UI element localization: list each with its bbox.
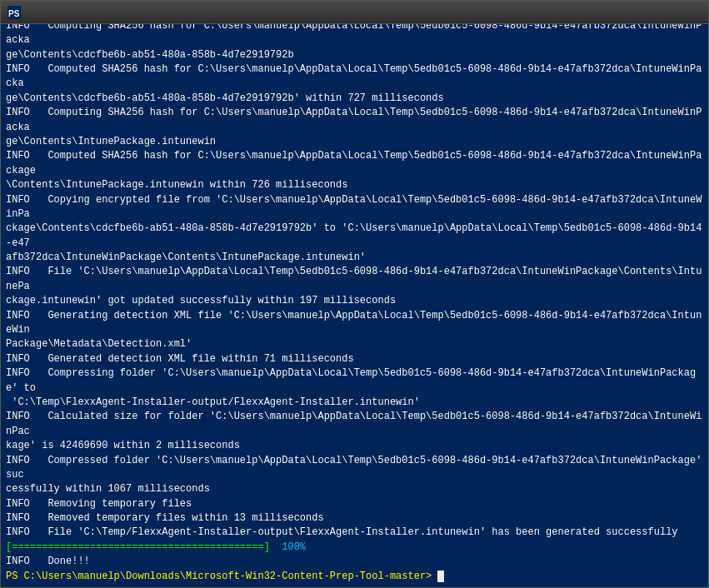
line-text: INFO File 'C:\Temp/FlexxAgent-Installer-… — [6, 526, 678, 538]
terminal-line: ckage.intunewin' got updated successfull… — [6, 294, 703, 308]
terminal-line: INFO Done!!! — [6, 555, 703, 569]
line-text: ge\Contents\cdcfbe6b-ab51-480a-858b-4d7e… — [6, 92, 444, 104]
prompt-text: PS C:\Users\manuelp\Downloads\Microsoft-… — [6, 571, 437, 582]
line-text: INFO Removing temporary files — [6, 498, 192, 510]
maximize-button[interactable] — [657, 4, 678, 21]
line-text: INFO Copying encrypted file from 'C:\Use… — [6, 194, 702, 220]
line-text: cessfully within 1067 milliseconds — [6, 483, 210, 495]
line-text: INFO Done!!! — [6, 556, 90, 567]
terminal-line: ge\Contents\cdcfbe6b-ab51-480a-858b-4d7e… — [6, 48, 703, 62]
terminal-line: INFO Generating detection XML file 'C:\U… — [6, 309, 703, 338]
terminal-line: INFO Removing temporary files — [6, 497, 703, 511]
line-text: ckage\Contents\cdcfbe6b-ab51-480a-858b-4… — [6, 222, 702, 248]
terminal-line: INFO Removed temporary files within 13 m… — [6, 511, 703, 526]
line-text: ckage.intunewin' got updated successfull… — [6, 295, 396, 306]
line-text: INFO Computing SHA256 hash for C:\Users\… — [6, 107, 702, 132]
terminal-line: afb372dca\IntuneWinPackage\Contents\Intu… — [6, 251, 703, 265]
progress-percentage: 100% — [282, 541, 306, 553]
terminal-line: ckage\Contents\cdcfbe6b-ab51-480a-858b-4… — [6, 222, 703, 251]
line-text: 'C:\Temp\FlexxAgent-Installer-output/Fle… — [6, 396, 420, 408]
title-bar: PS — [1, 1, 708, 24]
line-text: INFO Compressing folder 'C:\Users\manuel… — [6, 367, 696, 393]
terminal-line: cessfully within 1067 milliseconds — [6, 482, 703, 496]
terminal-line: INFO File 'C:\Users\manuelp\AppData\Loca… — [6, 265, 703, 294]
cursor — [437, 571, 444, 582]
line-text: INFO File 'C:\Users\manuelp\AppData\Loca… — [6, 266, 702, 292]
terminal-line: INFO Compressing folder 'C:\Users\manuel… — [6, 366, 703, 396]
svg-text:PS: PS — [8, 9, 20, 18]
terminal-line: INFO Compressed folder 'C:\Users\manuelp… — [6, 454, 703, 483]
terminal-line: INFO Generated detection XML file within… — [6, 352, 703, 366]
window: PS PS C:\Users\manuelp\Downloads\Microso… — [0, 0, 709, 588]
line-text: INFO Generated detection XML file within… — [6, 353, 354, 365]
terminal-line: INFO Copying encrypted file from 'C:\Use… — [6, 193, 703, 222]
line-text: INFO Computed SHA256 hash for C:\Users\m… — [6, 150, 702, 176]
line-text: INFO Generating detection XML file 'C:\U… — [6, 310, 702, 336]
line-text: Package\Metadata\Detection.xml' — [6, 338, 192, 350]
terminal-output[interactable]: PS C:\Users\manuelp\Downloads\Microsoft-… — [1, 24, 708, 587]
terminal-line: INFO File 'C:\Temp/FlexxAgent-Installer-… — [6, 526, 703, 540]
powershell-icon: PS — [7, 6, 21, 19]
terminal-line: \Contents\IntunePackage.intunewin within… — [6, 178, 703, 192]
terminal-line: INFO Computing SHA256 hash for C:\Users\… — [6, 106, 703, 135]
line-text: INFO Computing SHA256 hash for C:\Users\… — [6, 24, 702, 46]
window-controls — [633, 4, 702, 21]
line-text: \Contents\IntunePackage.intunewin within… — [6, 179, 347, 191]
close-button[interactable] — [680, 4, 702, 21]
terminal-line: INFO Computed SHA256 hash for C:\Users\m… — [6, 149, 703, 178]
line-text: INFO Calculated size for folder 'C:\User… — [6, 411, 702, 436]
terminal-line: kage' is 42469690 within 2 milliseconds — [6, 439, 703, 453]
terminal-line: Package\Metadata\Detection.xml' — [6, 337, 703, 351]
terminal-line: 'C:\Temp\FlexxAgent-Installer-output/Fle… — [6, 396, 703, 410]
terminal-line: ge\Contents\cdcfbe6b-ab51-480a-858b-4d7e… — [6, 92, 703, 106]
line-text: ge\Contents\cdcfbe6b-ab51-480a-858b-4d7e… — [6, 49, 294, 61]
terminal-line: INFO Computed SHA256 hash for C:\Users\m… — [6, 62, 703, 92]
line-text: ge\Contents\IntunePackage.intunewin — [6, 136, 216, 147]
line-text: INFO Removed temporary files within 13 m… — [6, 512, 324, 524]
terminal-line: PS C:\Users\manuelp\Downloads\Microsoft-… — [6, 570, 703, 584]
terminal-line: [=======================================… — [6, 541, 703, 555]
terminal-line: INFO Calculated size for folder 'C:\User… — [6, 410, 703, 439]
line-text: INFO Computed SHA256 hash for C:\Users\m… — [6, 63, 702, 89]
progress-bar: [=======================================… — [6, 541, 282, 555]
line-text: kage' is 42469690 within 2 milliseconds — [6, 440, 240, 451]
line-text: INFO Compressed folder 'C:\Users\manuelp… — [6, 455, 708, 481]
terminal-line: INFO Computing SHA256 hash for C:\Users\… — [6, 24, 703, 48]
terminal-line: ge\Contents\IntunePackage.intunewin — [6, 135, 703, 149]
minimize-button[interactable] — [633, 4, 655, 21]
line-text: afb372dca\IntuneWinPackage\Contents\Intu… — [6, 252, 366, 263]
